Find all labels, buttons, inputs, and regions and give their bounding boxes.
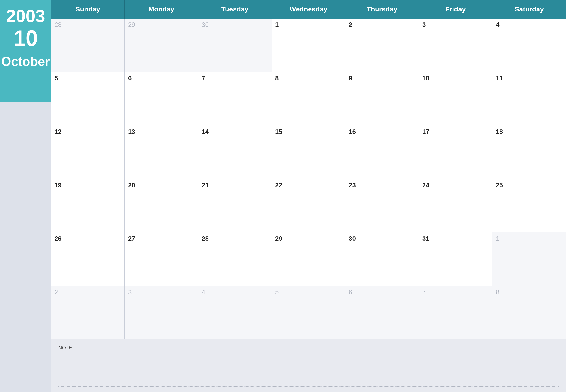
day-number: 15 bbox=[275, 128, 282, 135]
calendar-day-cell[interactable]: 3 bbox=[419, 18, 492, 72]
day-number: 30 bbox=[202, 21, 209, 28]
month-number-label: 10 bbox=[14, 27, 38, 49]
calendar-day-cell[interactable]: 9 bbox=[345, 72, 419, 126]
calendar-day-cell[interactable]: 12 bbox=[51, 126, 125, 179]
day-number: 31 bbox=[422, 235, 429, 242]
day-number: 16 bbox=[349, 128, 356, 135]
day-header-thursday: Thursday bbox=[345, 0, 419, 18]
calendar-day-cell[interactable]: 17 bbox=[419, 126, 492, 179]
note-line[interactable] bbox=[58, 379, 559, 387]
day-number: 12 bbox=[55, 128, 62, 135]
calendar-main: SundayMondayTuesdayWednesdayThursdayFrid… bbox=[51, 0, 566, 392]
calendar-day-cell[interactable]: 23 bbox=[345, 179, 419, 232]
day-header-wednesday: Wednesday bbox=[272, 0, 345, 18]
calendar-day-cell[interactable]: 31 bbox=[419, 232, 492, 286]
day-number: 5 bbox=[55, 75, 58, 82]
calendar-day-cell[interactable]: 2 bbox=[51, 286, 125, 339]
calendar-day-cell[interactable]: 13 bbox=[125, 126, 198, 179]
day-number: 13 bbox=[128, 128, 135, 135]
calendar-day-cell[interactable]: 29 bbox=[272, 232, 345, 286]
calendar-day-cell[interactable]: 29 bbox=[125, 18, 198, 72]
week-row-5: 2627282930311 bbox=[51, 232, 566, 286]
calendar-day-cell[interactable]: 7 bbox=[419, 286, 492, 339]
sidebar: 2003 10 October bbox=[0, 0, 51, 392]
day-number: 9 bbox=[349, 75, 352, 82]
day-number: 6 bbox=[349, 288, 352, 296]
day-header-monday: Monday bbox=[125, 0, 198, 18]
note-line[interactable] bbox=[58, 371, 559, 378]
weeks-container: 2829301234567891011121314151617181920212… bbox=[51, 18, 566, 339]
calendar-day-cell[interactable]: 5 bbox=[272, 286, 345, 339]
calendar-day-cell[interactable]: 8 bbox=[272, 72, 345, 126]
day-number: 26 bbox=[55, 235, 62, 242]
note-label: NOTE: bbox=[58, 345, 559, 350]
calendar-day-cell[interactable]: 5 bbox=[51, 72, 125, 126]
day-number: 10 bbox=[422, 75, 429, 82]
day-number: 4 bbox=[496, 21, 499, 28]
calendar-grid: SundayMondayTuesdayWednesdayThursdayFrid… bbox=[51, 0, 566, 339]
calendar-day-cell[interactable]: 3 bbox=[125, 286, 198, 339]
day-number: 1 bbox=[275, 21, 279, 28]
day-number: 29 bbox=[275, 235, 282, 242]
notes-section: NOTE: bbox=[51, 339, 566, 392]
calendar-day-cell[interactable]: 19 bbox=[51, 179, 125, 232]
day-number: 23 bbox=[349, 182, 356, 189]
day-header-friday: Friday bbox=[419, 0, 492, 18]
week-row-6: 2345678 bbox=[51, 286, 566, 339]
day-number: 18 bbox=[496, 128, 503, 135]
year-label: 2003 bbox=[6, 7, 45, 25]
calendar-day-cell[interactable]: 1 bbox=[492, 232, 566, 286]
calendar-day-cell[interactable]: 6 bbox=[345, 286, 419, 339]
calendar-day-cell[interactable]: 7 bbox=[198, 72, 272, 126]
calendar-day-cell[interactable]: 10 bbox=[419, 72, 492, 126]
calendar-day-cell[interactable]: 15 bbox=[272, 126, 345, 179]
calendar-day-cell[interactable]: 1 bbox=[272, 18, 345, 72]
calendar-day-cell[interactable]: 24 bbox=[419, 179, 492, 232]
calendar-day-cell[interactable]: 11 bbox=[492, 72, 566, 126]
calendar-day-cell[interactable]: 26 bbox=[51, 232, 125, 286]
calendar-day-cell[interactable]: 27 bbox=[125, 232, 198, 286]
calendar-day-cell[interactable]: 16 bbox=[345, 126, 419, 179]
calendar-day-cell[interactable]: 18 bbox=[492, 126, 566, 179]
day-number: 30 bbox=[349, 235, 356, 242]
day-number: 7 bbox=[202, 75, 205, 82]
calendar-page: 2003 10 October SundayMondayTuesdayWedne… bbox=[0, 0, 566, 392]
day-number: 24 bbox=[422, 182, 429, 189]
note-line[interactable] bbox=[58, 354, 559, 362]
day-number: 19 bbox=[55, 182, 62, 189]
calendar-day-cell[interactable]: 6 bbox=[125, 72, 198, 126]
calendar-day-cell[interactable]: 30 bbox=[198, 18, 272, 72]
day-number: 2 bbox=[55, 288, 58, 296]
calendar-day-cell[interactable]: 8 bbox=[492, 286, 566, 339]
week-row-4: 19202122232425 bbox=[51, 179, 566, 233]
day-number: 25 bbox=[496, 182, 503, 189]
day-number: 17 bbox=[422, 128, 429, 135]
note-line[interactable] bbox=[58, 362, 559, 370]
calendar-day-cell[interactable]: 4 bbox=[198, 286, 272, 339]
calendar-day-cell[interactable]: 22 bbox=[272, 179, 345, 232]
calendar-day-cell[interactable]: 21 bbox=[198, 179, 272, 232]
day-number: 21 bbox=[202, 182, 209, 189]
day-number: 1 bbox=[496, 235, 499, 242]
day-number: 11 bbox=[496, 75, 503, 82]
day-number: 14 bbox=[202, 128, 209, 135]
calendar-day-cell[interactable]: 14 bbox=[198, 126, 272, 179]
week-row-2: 567891011 bbox=[51, 72, 566, 126]
calendar-day-cell[interactable]: 28 bbox=[51, 18, 125, 72]
calendar-day-cell[interactable]: 4 bbox=[492, 18, 566, 72]
day-header-saturday: Saturday bbox=[492, 0, 566, 18]
calendar-day-cell[interactable]: 2 bbox=[345, 18, 419, 72]
day-headers-row: SundayMondayTuesdayWednesdayThursdayFrid… bbox=[51, 0, 566, 18]
day-number: 20 bbox=[128, 182, 135, 189]
month-name-label: October bbox=[1, 54, 50, 69]
day-number: 6 bbox=[128, 75, 132, 82]
day-number: 28 bbox=[55, 21, 62, 28]
day-header-tuesday: Tuesday bbox=[198, 0, 272, 18]
calendar-day-cell[interactable]: 20 bbox=[125, 179, 198, 232]
day-number: 27 bbox=[128, 235, 135, 242]
day-number: 7 bbox=[422, 288, 426, 296]
calendar-day-cell[interactable]: 30 bbox=[345, 232, 419, 286]
calendar-day-cell[interactable]: 28 bbox=[198, 232, 272, 286]
calendar-day-cell[interactable]: 25 bbox=[492, 179, 566, 232]
day-number: 8 bbox=[496, 288, 499, 296]
